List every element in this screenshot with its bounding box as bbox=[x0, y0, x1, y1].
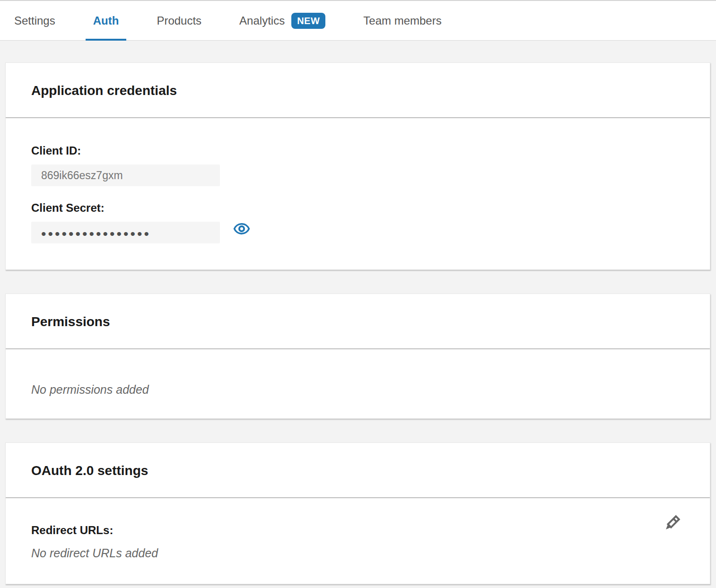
permissions-body: No permissions added bbox=[6, 349, 710, 418]
app-tab-bar: Settings Auth Products Analytics NEW Tea… bbox=[0, 0, 716, 41]
application-credentials-title: Application credentials bbox=[31, 83, 684, 99]
client-secret-label: Client Secret: bbox=[31, 201, 684, 215]
oauth-settings-card: OAuth 2.0 settings Redirect URLs: No red… bbox=[5, 442, 710, 584]
tab-team-members[interactable]: Team members bbox=[356, 1, 449, 40]
redirect-urls-label: Redirect URLs: bbox=[31, 523, 684, 537]
oauth-settings-body: Redirect URLs: No redirect URLs added bbox=[6, 498, 710, 584]
tab-auth[interactable]: Auth bbox=[86, 1, 127, 40]
tab-products[interactable]: Products bbox=[149, 1, 209, 40]
permissions-empty-text: No permissions added bbox=[31, 381, 684, 398]
oauth-settings-header: OAuth 2.0 settings bbox=[6, 443, 710, 497]
new-badge: NEW bbox=[291, 13, 325, 29]
oauth-settings-title: OAuth 2.0 settings bbox=[31, 463, 684, 479]
tab-settings[interactable]: Settings bbox=[7, 1, 63, 40]
client-id-value[interactable]: 869ik66esz7gxm bbox=[31, 164, 220, 186]
permissions-card: Permissions No permissions added bbox=[5, 294, 710, 419]
tab-team-members-label: Team members bbox=[363, 14, 441, 27]
application-credentials-header: Application credentials bbox=[6, 63, 710, 117]
application-credentials-card: Application credentials Client ID: 869ik… bbox=[5, 62, 710, 270]
client-secret-value[interactable]: •••••••••••••••• bbox=[31, 222, 220, 243]
edit-redirect-urls-button[interactable] bbox=[661, 512, 682, 536]
permissions-title: Permissions bbox=[31, 314, 684, 330]
tab-analytics[interactable]: Analytics NEW bbox=[232, 1, 333, 40]
tab-settings-label: Settings bbox=[14, 14, 55, 27]
reveal-secret-button[interactable] bbox=[233, 220, 250, 239]
client-id-label: Client ID: bbox=[31, 144, 684, 158]
application-credentials-body: Client ID: 869ik66esz7gxm Client Secret:… bbox=[6, 118, 710, 269]
pencil-icon bbox=[661, 529, 682, 536]
main-content: Application credentials Client ID: 869ik… bbox=[0, 41, 716, 584]
permissions-header: Permissions bbox=[6, 294, 710, 348]
client-secret-row: •••••••••••••••• bbox=[31, 215, 684, 243]
eye-icon bbox=[233, 220, 250, 239]
redirect-urls-empty-text: No redirect URLs added bbox=[31, 545, 684, 561]
tab-analytics-label: Analytics bbox=[239, 14, 285, 27]
tab-auth-label: Auth bbox=[93, 14, 119, 27]
tab-products-label: Products bbox=[157, 14, 201, 27]
